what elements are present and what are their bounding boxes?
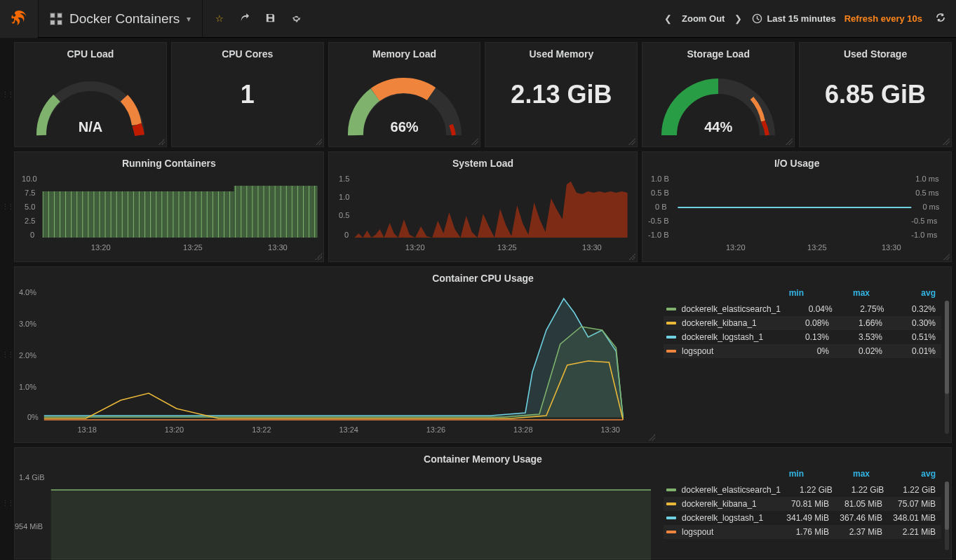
- row-drag-handle[interactable]: [4, 447, 10, 559]
- svg-text:-1.0 ms: -1.0 ms: [912, 231, 938, 239]
- time-range-picker[interactable]: Last 15 minutes: [752, 13, 835, 24]
- svg-rect-95: [51, 490, 651, 560]
- svg-text:1.0%: 1.0%: [19, 383, 36, 391]
- panel-storage-load[interactable]: Storage Load 44%: [642, 42, 795, 147]
- legend-swatch: [666, 308, 676, 310]
- svg-text:10.0: 10.0: [22, 175, 37, 183]
- chevron-down-icon: ▾: [187, 14, 191, 24]
- panel-title: Storage Load: [642, 43, 794, 62]
- time-forward-button[interactable]: ❯: [733, 13, 743, 24]
- panel-container-cpu-usage[interactable]: Container CPU Usage 4.0%3.0%2.0%1.0%0% 1…: [14, 266, 952, 443]
- legend-row[interactable]: logspout1.76 MiB2.37 MiB2.21 MiB: [664, 525, 941, 539]
- legend-swatch: [666, 489, 676, 491]
- svg-text:0.5 B: 0.5 B: [651, 189, 669, 197]
- svg-text:0.5 ms: 0.5 ms: [916, 189, 940, 197]
- panel-title: Running Containers: [15, 152, 323, 172]
- toolbar: ☆: [203, 13, 314, 25]
- stat-value: 2.13 GiB: [485, 80, 637, 109]
- panel-container-memory-usage[interactable]: Container Memory Usage 1.4 GiB954 MiB mi…: [14, 447, 952, 559]
- panel-used-storage[interactable]: Used Storage 6.85 GiB: [799, 42, 952, 147]
- share-icon[interactable]: [239, 13, 250, 25]
- legend-swatch: [666, 350, 676, 353]
- legend-row[interactable]: dockerelk_logstash_1341.49 MiB367.46 MiB…: [664, 511, 941, 525]
- svg-text:13:20: 13:20: [165, 425, 184, 434]
- stat-value: 1: [172, 80, 323, 109]
- svg-text:0: 0: [344, 231, 349, 239]
- resize-handle[interactable]: [315, 138, 322, 145]
- legend-row[interactable]: logspout0%0.02%0.01%: [664, 344, 941, 358]
- svg-text:-0.5 B: -0.5 B: [648, 217, 669, 225]
- resize-handle[interactable]: [471, 138, 478, 145]
- gauge-value: N/A: [15, 119, 166, 135]
- legend-swatch: [666, 503, 676, 505]
- save-icon[interactable]: [265, 13, 276, 25]
- grafana-logo[interactable]: [0, 0, 38, 38]
- svg-text:13:20: 13:20: [91, 243, 111, 252]
- panel-title: CPU Load: [15, 43, 166, 62]
- svg-text:7.5: 7.5: [25, 189, 35, 197]
- legend-col-min[interactable]: min: [762, 288, 804, 298]
- legend-row[interactable]: dockerelk_elasticsearch_11.22 GiB1.22 Gi…: [664, 483, 941, 497]
- clock-icon: [752, 13, 762, 24]
- svg-text:13:24: 13:24: [339, 425, 358, 434]
- time-back-button[interactable]: ❮: [663, 13, 673, 24]
- svg-text:1.0 B: 1.0 B: [651, 175, 669, 183]
- svg-text:0%: 0%: [27, 413, 39, 421]
- legend-col-avg[interactable]: avg: [894, 469, 936, 479]
- svg-text:0.5: 0.5: [339, 211, 349, 219]
- legend-row[interactable]: dockerelk_kibana_10.08%1.66%0.30%: [664, 316, 941, 330]
- zoom-out-button[interactable]: Zoom Out: [682, 13, 725, 24]
- svg-text:13:18: 13:18: [78, 425, 97, 434]
- panel-cpu-cores[interactable]: CPU Cores 1: [171, 42, 324, 147]
- dashboard-picker[interactable]: Docker Containers ▾: [38, 0, 203, 37]
- legend-row[interactable]: dockerelk_logstash_10.13%3.53%0.51%: [664, 330, 941, 344]
- panel-io-usage[interactable]: I/O Usage 1.0 B0.5 B0 B-0.5 B-1.0 B 1.0 …: [642, 151, 952, 262]
- svg-text:2.0%: 2.0%: [19, 351, 36, 360]
- row-drag-handle[interactable]: [4, 151, 10, 262]
- star-icon[interactable]: ☆: [215, 13, 224, 24]
- panel-system-load[interactable]: System Load 1.51.00.50 13:2013:2513:30: [328, 151, 638, 262]
- refresh-interval-picker[interactable]: Refresh every 10s: [844, 13, 922, 24]
- panel-cpu-load[interactable]: CPU Load N/A: [14, 42, 167, 147]
- svg-text:-1.0 B: -1.0 B: [648, 231, 669, 239]
- resize-handle[interactable]: [315, 253, 322, 260]
- legend-col-max[interactable]: max: [828, 469, 870, 479]
- svg-text:13:30: 13:30: [882, 243, 901, 252]
- panel-title: Used Storage: [800, 43, 951, 62]
- resize-handle[interactable]: [648, 434, 655, 441]
- legend-col-min[interactable]: min: [762, 469, 804, 479]
- resize-handle[interactable]: [943, 253, 950, 260]
- row-drag-handle[interactable]: [4, 42, 10, 147]
- panel-title: I/O Usage: [642, 152, 951, 172]
- panel-title: Memory Load: [329, 43, 480, 62]
- svg-text:3.0%: 3.0%: [19, 320, 36, 328]
- svg-text:13:28: 13:28: [513, 425, 532, 434]
- panel-title: CPU Cores: [172, 43, 323, 62]
- panel-used-memory[interactable]: Used Memory 2.13 GiB: [485, 42, 638, 147]
- legend-row[interactable]: dockerelk_elasticsearch_10.04%2.75%0.32%: [664, 302, 941, 316]
- panel-running-containers[interactable]: Running Containers 10.07.55.02.50 13:201…: [14, 151, 324, 262]
- gauge-value: 44%: [642, 119, 794, 135]
- settings-icon[interactable]: [291, 13, 302, 25]
- legend-scrollbar[interactable]: [945, 482, 949, 550]
- resize-handle[interactable]: [158, 138, 165, 145]
- legend-col-max[interactable]: max: [828, 288, 870, 298]
- resize-handle[interactable]: [943, 138, 950, 145]
- panel-memory-load[interactable]: Memory Load 66%: [328, 42, 481, 147]
- legend-scrollbar[interactable]: [945, 301, 949, 434]
- gauge-value: 66%: [329, 119, 480, 135]
- svg-text:0 B: 0 B: [655, 203, 667, 211]
- svg-text:13:25: 13:25: [183, 243, 203, 252]
- row-drag-handle[interactable]: [4, 266, 10, 443]
- refresh-now-button[interactable]: [935, 12, 946, 25]
- top-nav: Docker Containers ▾ ☆ ❮ Zoom Out ❯ Last …: [0, 0, 956, 38]
- resize-handle[interactable]: [786, 138, 793, 145]
- legend-row[interactable]: dockerelk_kibana_170.81 MiB81.05 MiB75.0…: [664, 497, 941, 511]
- resize-handle[interactable]: [628, 138, 635, 145]
- resize-handle[interactable]: [628, 253, 635, 260]
- legend-swatch: [666, 336, 676, 339]
- svg-text:4.0%: 4.0%: [19, 288, 36, 296]
- legend-col-avg[interactable]: avg: [894, 288, 936, 298]
- svg-text:13:30: 13:30: [268, 243, 288, 252]
- chart-running-containers: 10.07.55.02.50 13:2013:2513:30: [20, 173, 318, 256]
